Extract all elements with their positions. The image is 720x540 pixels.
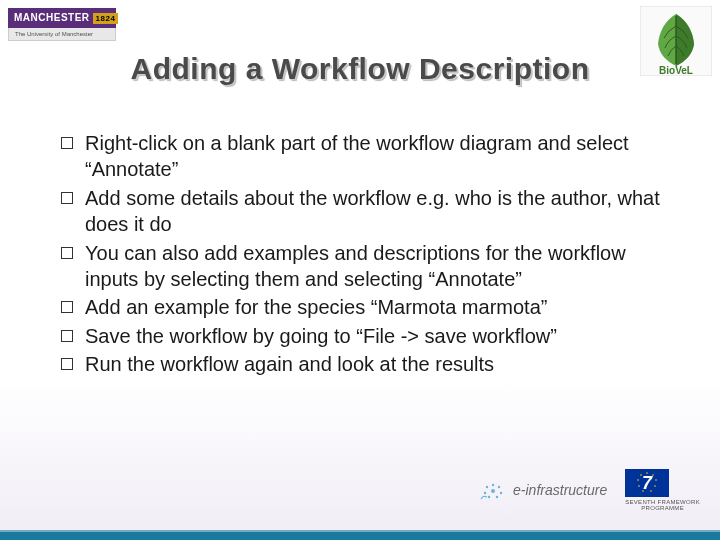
svg-point-3	[486, 486, 488, 488]
svg-point-8	[488, 496, 490, 498]
svg-point-15	[655, 479, 657, 481]
eu-flag-icon: 7	[625, 469, 669, 497]
slide: MANCHESTER 1824 The University of Manche…	[0, 0, 720, 540]
svg-point-4	[492, 484, 494, 486]
bullet-item: Right-click on a blank part of the workf…	[55, 130, 670, 183]
bullet-item: Save the workflow by going to “File -> s…	[55, 323, 670, 349]
bullet-item: Add an example for the species “Marmota …	[55, 294, 670, 320]
einfra-icon	[479, 479, 507, 501]
einfra-text: e-infrastructure	[513, 482, 607, 498]
svg-point-13	[646, 472, 648, 474]
svg-text:7: 7	[642, 473, 653, 493]
manchester-logo-top: MANCHESTER 1824	[8, 8, 116, 28]
bullet-item: Run the workflow again and look at the r…	[55, 351, 670, 377]
einfrastructure-logo: e-infrastructure	[479, 479, 607, 501]
svg-point-7	[496, 496, 498, 498]
fp7-label-2: PROGRAMME	[625, 505, 700, 512]
manchester-logo-year: 1824	[93, 13, 119, 24]
manchester-logo-sub: The University of Manchester	[8, 28, 116, 41]
svg-point-14	[652, 474, 654, 476]
bullet-item: Add some details about the workflow e.g.…	[55, 185, 670, 238]
slide-title: Adding a Workflow Description	[0, 52, 720, 86]
svg-point-20	[637, 479, 639, 481]
bullet-item: You can also add examples and descriptio…	[55, 240, 670, 293]
bottom-accent-bar	[0, 532, 720, 540]
fp7-label-1: SEVENTH FRAMEWORK	[625, 499, 700, 506]
svg-point-17	[650, 490, 652, 492]
bullet-list: Right-click on a blank part of the workf…	[55, 130, 670, 378]
svg-point-16	[654, 485, 656, 487]
manchester-logo-name: MANCHESTER	[14, 12, 90, 23]
svg-point-9	[484, 492, 486, 494]
svg-point-18	[642, 490, 644, 492]
svg-point-5	[498, 486, 500, 488]
svg-point-19	[638, 485, 640, 487]
footer-logos: e-infrastructure 7 SEVENTH FRAM	[479, 469, 700, 512]
slide-content: Right-click on a blank part of the workf…	[55, 130, 670, 380]
fp7-logo: 7 SEVENTH FRAMEWORK PROGRAMME	[625, 469, 700, 512]
svg-point-10	[491, 489, 495, 493]
svg-point-21	[640, 474, 642, 476]
svg-point-6	[500, 492, 502, 494]
